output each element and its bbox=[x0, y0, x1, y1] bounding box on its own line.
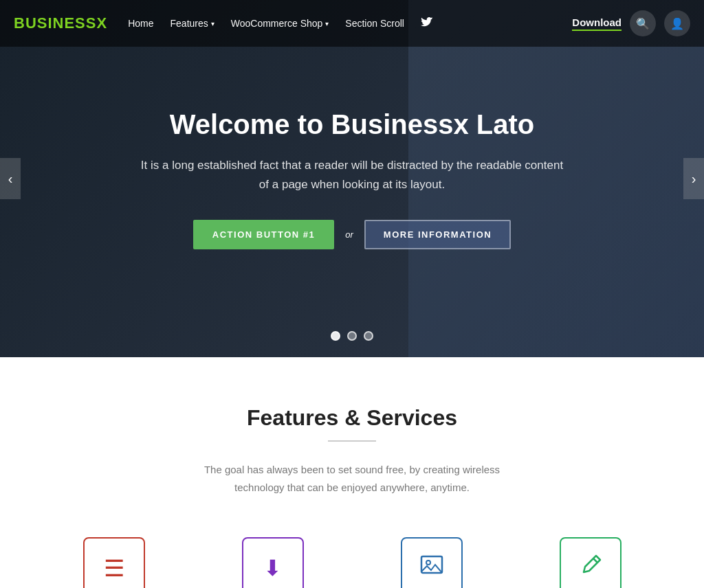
nav-features-label: Features bbox=[170, 18, 208, 29]
feature-item-pick: Pick Something bbox=[536, 537, 646, 588]
nav-home-label: Home bbox=[128, 18, 153, 29]
chevron-down-icon: ▾ bbox=[325, 20, 329, 27]
navbar: BUSINESSX Home Features ▾ WooCommerce Sh… bbox=[0, 0, 704, 47]
nav-woocommerce[interactable]: WooCommerce Shop ▾ bbox=[231, 18, 329, 29]
brand-name-highlight: X bbox=[96, 14, 107, 32]
features-subtitle: The goal has always been to set sound fr… bbox=[187, 461, 517, 496]
nav-links: Home Features ▾ WooCommerce Shop ▾ Secti… bbox=[128, 17, 572, 30]
user-icon: 👤 bbox=[670, 17, 684, 30]
search-icon: 🔍 bbox=[636, 17, 650, 30]
nav-section-scroll[interactable]: Section Scroll bbox=[345, 18, 404, 29]
hamburger-icon: ☰ bbox=[104, 554, 124, 582]
download-icon-box: ⬇ bbox=[242, 537, 304, 588]
pick-something-icon-box bbox=[560, 537, 622, 588]
twitter-icon[interactable] bbox=[421, 17, 433, 30]
hero-dots bbox=[331, 331, 373, 341]
nav-home[interactable]: Home bbox=[128, 18, 153, 29]
download-link[interactable]: Download bbox=[572, 16, 622, 31]
nav-woocommerce-label: WooCommerce Shop bbox=[231, 18, 323, 29]
feature-item-three-burgers: ☰ Three Burgers bbox=[59, 537, 169, 588]
three-burgers-icon-box: ☰ bbox=[83, 537, 145, 588]
hero-buttons: ACTION BUTTON #1 or MORE INFORMATION bbox=[139, 220, 565, 249]
feature-item-download: ⬇ Download Icon bbox=[218, 537, 328, 588]
hero-prev-button[interactable]: ‹ bbox=[0, 158, 21, 199]
features-divider bbox=[328, 440, 376, 442]
media-icon bbox=[419, 552, 445, 584]
brand-name-part1: BUSINESS bbox=[14, 14, 96, 32]
features-title: Features & Services bbox=[41, 405, 663, 431]
brand-logo[interactable]: BUSINESSX bbox=[14, 14, 107, 32]
nav-features[interactable]: Features ▾ bbox=[170, 18, 214, 29]
more-information-button[interactable]: MORE INFORMATION bbox=[364, 220, 511, 249]
hero-title: Welcome to Businessx Lato bbox=[139, 108, 565, 141]
hero-dot-2[interactable] bbox=[347, 331, 357, 341]
feature-item-media: Media Element bbox=[377, 537, 487, 588]
hero-dot-1[interactable] bbox=[331, 331, 340, 341]
pencil-icon bbox=[578, 553, 603, 583]
user-button[interactable]: 👤 bbox=[664, 10, 690, 36]
hero-subtitle: It is a long established fact that a rea… bbox=[139, 156, 565, 193]
or-label: or bbox=[345, 229, 353, 240]
hero-dot-3[interactable] bbox=[364, 331, 373, 341]
search-button[interactable]: 🔍 bbox=[630, 10, 656, 36]
features-icons: ☰ Three Burgers ⬇ Download Icon Media bbox=[41, 537, 663, 588]
nav-section-scroll-label: Section Scroll bbox=[345, 18, 404, 29]
nav-right: Download 🔍 👤 bbox=[572, 10, 690, 36]
svg-point-1 bbox=[426, 561, 430, 565]
download-icon: ⬇ bbox=[263, 555, 282, 581]
hero-content: Welcome to Businessx Lato It is a long e… bbox=[111, 108, 593, 249]
svg-rect-0 bbox=[421, 556, 442, 573]
features-section: Features & Services The goal has always … bbox=[0, 357, 704, 588]
hero-section: ‹ Welcome to Businessx Lato It is a long… bbox=[0, 0, 704, 357]
action-button[interactable]: ACTION BUTTON #1 bbox=[193, 220, 334, 249]
hero-next-button[interactable]: › bbox=[683, 158, 704, 199]
chevron-down-icon: ▾ bbox=[211, 20, 214, 27]
media-icon-box bbox=[401, 537, 463, 588]
